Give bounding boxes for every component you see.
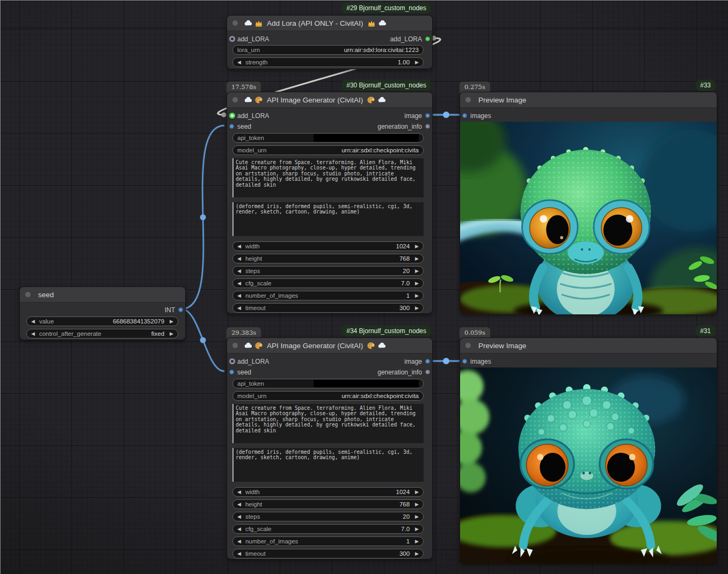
widget-name: value: [39, 318, 54, 325]
input-port-add-lora[interactable]: [229, 358, 235, 364]
widget-control-after-generate[interactable]: ◀ control_after_generate fixed ▶: [26, 329, 178, 338]
collapse-dot[interactable]: [232, 343, 238, 348]
node-add-lora[interactable]: Add Lora (API ONLY - CivitAI) add_LORA a…: [227, 15, 433, 69]
increment-arrow-icon[interactable]: ▶: [415, 514, 419, 519]
decrement-arrow-icon[interactable]: ◀: [237, 539, 241, 544]
node-api-image-generator-30[interactable]: API Image Generator (CivitAI) add_LORA i…: [227, 92, 433, 314]
input-port-seed[interactable]: [229, 370, 234, 374]
node-title-bar[interactable]: API Image Generator (CivitAI): [227, 92, 432, 108]
widget-cfg-scale[interactable]: ◀ cfg_scale 7.0 ▶: [232, 278, 424, 288]
decrement-arrow-icon[interactable]: ◀: [237, 526, 241, 532]
widget-number-of-images[interactable]: ◀ number_of_images 1 ▶: [232, 536, 424, 546]
increment-arrow-icon[interactable]: ▶: [415, 305, 419, 311]
widget-api-token[interactable]: api_token: [232, 379, 424, 388]
collapse-dot[interactable]: [232, 97, 238, 102]
negative-prompt-textarea[interactable]: (deformed iris, deformed pupils, semi-re…: [232, 448, 424, 482]
decrement-arrow-icon[interactable]: ◀: [237, 60, 241, 65]
widget-timeout[interactable]: ◀ timeout 300 ▶: [232, 303, 424, 313]
increment-arrow-icon[interactable]: ▶: [415, 539, 419, 544]
node-preview-image-31[interactable]: Preview Image images: [460, 337, 717, 563]
output-port-add-lora[interactable]: [425, 36, 430, 41]
output-port-generation-info[interactable]: [425, 370, 430, 374]
decrement-arrow-icon[interactable]: ◀: [237, 256, 241, 261]
increment-arrow-icon[interactable]: ▶: [415, 526, 419, 532]
increment-arrow-icon[interactable]: ▶: [415, 502, 419, 507]
crown-icon: [254, 19, 263, 27]
input-port-images[interactable]: [462, 359, 467, 364]
widget-name: timeout: [245, 550, 266, 557]
widget-lora-urn[interactable]: lora_urn urn:air:sdxl:lora:civitai:1223: [232, 45, 424, 55]
wire-mid-dot: [443, 358, 449, 364]
node-api-image-generator-34[interactable]: API Image Generator (CivitAI) add_LORA i…: [227, 337, 433, 560]
collapse-dot[interactable]: [25, 292, 31, 297]
output-label: generation_info: [377, 369, 422, 376]
wire-mid-dot: [443, 112, 449, 118]
decrement-arrow-icon[interactable]: ◀: [31, 319, 35, 324]
positive-prompt-textarea[interactable]: Cute creature from Space. terraforming. …: [232, 404, 424, 443]
widget-height[interactable]: ◀ height 768 ▶: [232, 499, 424, 509]
increment-arrow-icon[interactable]: ▶: [415, 60, 419, 65]
decrement-arrow-icon[interactable]: ◀: [237, 281, 241, 286]
increment-arrow-icon[interactable]: ▶: [415, 489, 419, 495]
node-id-badge-33: #33: [696, 80, 715, 91]
decrement-arrow-icon[interactable]: ◀: [237, 268, 241, 274]
decrement-arrow-icon[interactable]: ◀: [237, 514, 241, 519]
increment-arrow-icon[interactable]: ▶: [415, 256, 419, 261]
input-label: add_LORA: [237, 35, 269, 43]
decrement-arrow-icon[interactable]: ◀: [237, 551, 241, 556]
negative-prompt-textarea[interactable]: (deformed iris, deformed pupils, semi-re…: [232, 202, 424, 236]
widget-model-urn[interactable]: model_urn urn:air:sdxl:checkpoint:civita: [232, 145, 424, 155]
widget-height[interactable]: ◀ height 768 ▶: [232, 254, 424, 263]
input-port-seed[interactable]: [229, 124, 234, 129]
alien-creature-artwork: [460, 122, 717, 314]
input-port-add-lora[interactable]: [229, 113, 235, 119]
increment-arrow-icon[interactable]: ▶: [170, 319, 173, 324]
decrement-arrow-icon[interactable]: ◀: [237, 502, 241, 507]
increment-arrow-icon[interactable]: ▶: [415, 268, 419, 274]
node-preview-image-33[interactable]: Preview Image images: [460, 92, 717, 314]
increment-arrow-icon[interactable]: ▶: [415, 293, 419, 298]
decrement-arrow-icon[interactable]: ◀: [237, 293, 241, 298]
node-title-bar[interactable]: Preview Image: [460, 92, 717, 108]
node-graph-canvas[interactable]: #29 Bjornulf_custom_nodes #30 Bjornulf_c…: [0, 0, 728, 574]
widget-timeout[interactable]: ◀ timeout 300 ▶: [232, 549, 424, 558]
node-title-bar[interactable]: Add Lora (API ONLY - CivitAI): [227, 16, 432, 31]
next-option-arrow-icon[interactable]: ▶: [170, 331, 173, 336]
output-port-image[interactable]: [425, 359, 430, 364]
node-title-bar[interactable]: Preview Image: [460, 338, 717, 354]
output-port-image[interactable]: [425, 113, 430, 118]
output-label: INT: [165, 306, 175, 314]
widget-width[interactable]: ◀ width 1024 ▶: [232, 487, 424, 497]
widget-width[interactable]: ◀ width 1024 ▶: [232, 241, 424, 251]
widget-cfg-scale[interactable]: ◀ cfg_scale 7.0 ▶: [232, 524, 424, 534]
input-port-add-lora[interactable]: [229, 36, 235, 42]
node-title-bar[interactable]: seed: [20, 287, 185, 303]
input-port-images[interactable]: [462, 113, 467, 118]
output-port-int[interactable]: [178, 307, 183, 312]
increment-arrow-icon[interactable]: ▶: [415, 244, 419, 249]
widget-model-urn[interactable]: model_urn urn:air:sdxl:checkpoint:civita: [232, 391, 424, 401]
decrement-arrow-icon[interactable]: ◀: [237, 244, 241, 249]
widget-seed-value[interactable]: ◀ value 668683841352079 ▶: [26, 317, 178, 326]
collapse-dot[interactable]: [232, 20, 238, 26]
decrement-arrow-icon[interactable]: ◀: [237, 489, 241, 495]
increment-arrow-icon[interactable]: ▶: [415, 551, 419, 556]
widget-value: 1.00: [398, 59, 410, 65]
widget-number-of-images[interactable]: ◀ number_of_images 1 ▶: [232, 291, 424, 300]
output-port-generation-info[interactable]: [425, 124, 430, 129]
positive-prompt-textarea[interactable]: Cute creature from Space. terraforming. …: [232, 158, 424, 197]
widget-strength[interactable]: ◀ strength 1.00 ▶: [232, 57, 424, 67]
node-title-bar[interactable]: API Image Generator (CivitAI): [227, 338, 432, 354]
decrement-arrow-icon[interactable]: ◀: [237, 305, 241, 311]
widget-value: 768: [399, 501, 410, 507]
node-seed[interactable]: seed INT ◀ value 668683841352079 ▶ ◀ con…: [19, 286, 186, 340]
widget-value: 300: [399, 305, 410, 311]
widget-api-token[interactable]: api_token: [232, 133, 424, 143]
widget-name: strength: [245, 59, 268, 65]
collapse-dot[interactable]: [465, 343, 471, 348]
widget-steps[interactable]: ◀ steps 20 ▶: [232, 512, 424, 521]
prev-option-arrow-icon[interactable]: ◀: [31, 331, 35, 336]
increment-arrow-icon[interactable]: ▶: [415, 281, 419, 286]
collapse-dot[interactable]: [465, 97, 471, 102]
widget-steps[interactable]: ◀ steps 20 ▶: [232, 266, 424, 276]
